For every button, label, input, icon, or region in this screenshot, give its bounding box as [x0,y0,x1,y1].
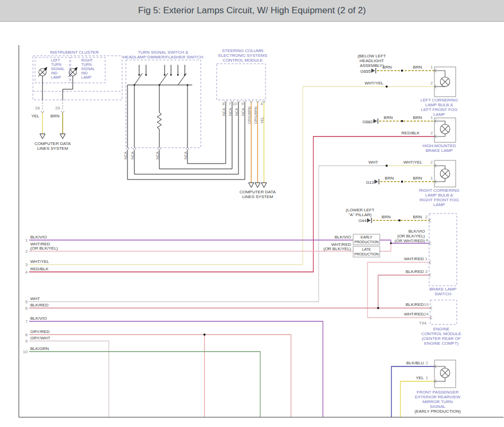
engine-control-module: BLK/RED 19 WHT/RED 24 T94 ENGINE CONTROL… [377,300,462,346]
switch-box [429,214,457,286]
pin-1: 1 [431,65,433,70]
cluster-title: INSTRUMENT CLUSTER [50,50,99,55]
svg-text:NCA: NCA [156,151,159,159]
svg-text:NCA: NCA [184,151,187,159]
left-cornering-lamp: (BELOW LEFT HEADLIGHT ASSEMBLY) G655 BRN… [357,54,458,117]
label-wht-red: WHT/RED [404,312,424,317]
label-brn: BRN [383,65,392,70]
label-brn: BRN [413,176,422,181]
right-lamp-label: RIGHT [81,58,93,62]
pin-1: 1 [431,176,433,181]
cluster-box [33,56,122,100]
svg-text:10: 10 [233,101,237,106]
label-brn: BRN [382,215,391,219]
svg-text:(EARLY PRODUCTION): (EARLY PRODUCTION) [415,409,461,414]
svg-text:EARLY: EARLY [361,235,372,239]
svg-text:(OR WHT/RED): (OR WHT/RED) [395,238,425,243]
module-pin-label: NCA [222,108,226,116]
svg-text:IND: IND [81,71,88,75]
bulb-icon [440,169,450,178]
svg-text:CONTROL MODULE: CONTROL MODULE [421,331,461,336]
svg-text:RIGHT FRONT FOG: RIGHT FRONT FOG [420,198,459,202]
pin-1: 1 [425,257,428,261]
svg-text:LAMP: LAMP [433,202,445,207]
svg-text:7: 7 [25,319,28,324]
label-blk-vio: BLK/VIO [408,229,425,234]
component-label: LEFT CORNERING [421,98,458,103]
pin-3: 3 [425,269,428,274]
svg-text:RED/BLK: RED/BLK [30,267,49,271]
pin-2: 2 [431,81,433,86]
component-label: FRONT PASSENGER [417,390,459,395]
pin-1: 1 [431,115,433,120]
svg-text:PRODUCTION: PRODUCTION [354,240,379,244]
svg-text:10: 10 [23,349,28,354]
bulb-icon [440,77,450,87]
label-blk-red: BLK/RED [406,302,424,307]
svg-text:MIRROR TURN: MIRROR TURN [423,399,453,404]
module-title: STEERING COLUMN [222,48,263,53]
svg-text:SIGNAL: SIGNAL [430,404,446,409]
svg-text:9: 9 [242,101,244,106]
module-box [217,64,266,100]
wire-wht-red-late [380,243,391,251]
svg-text:LEFT FRONT FOG: LEFT FRONT FOG [421,107,458,112]
pin-2: 2 [426,361,429,365]
svg-text:5: 5 [25,300,28,304]
svg-text:NCA: NCA [228,108,232,116]
right-turn-indicator-lamp-icon [69,67,78,76]
ground-icon [374,179,379,184]
svg-text:6: 6 [25,306,28,311]
bulb-icon [440,124,450,134]
svg-text:LATE: LATE [362,247,371,251]
location-note: (BELOW LEFT [357,54,386,58]
svg-text:LAMP: LAMP [433,112,445,117]
switch-pin-label: NCA [124,151,127,159]
label-brn: BRN [50,114,59,118]
svg-text:BLK/VIO: BLK/VIO [30,316,47,321]
svg-text:HEADLIGHT: HEADLIGHT [360,58,384,63]
pin-19: 19 [424,302,429,307]
left-turn-indicator-lamp-icon [38,67,47,76]
label-brn: BRN [413,65,422,70]
module-pin-number: 8 [223,101,225,106]
svg-text:ORG/BRN: ORG/BRN [254,106,258,124]
svg-text:EXTERIOR REARVIEW: EXTERIOR REARVIEW [415,395,460,399]
switch-title: TURN SIGNAL SWITCH & [138,50,189,55]
ground-g13: G13 [366,180,374,185]
label-blk-blu: BLK/BLU [406,361,424,365]
mirror-turn-signal: BLK/BLU 2 YEL 1 FRONT PASSENGER EXTERIOR… [406,360,461,414]
svg-text:4: 4 [25,270,28,275]
svg-text:ASSEMBLY): ASSEMBLY) [360,63,384,68]
svg-text:WHT/YEL: WHT/YEL [30,259,49,264]
label-yel: YEL [31,114,40,118]
lamp-box [434,360,456,388]
down-arrow-icon [60,134,65,139]
svg-text:SIGNAL: SIGNAL [51,67,65,71]
connector-t94: T94 [419,321,426,326]
switch-box [126,60,201,148]
svg-text:HEADLAMP DIMMER/FLASHER SWITCH: HEADLAMP DIMMER/FLASHER SWITCH [123,55,203,59]
bulb-icon [440,368,450,378]
svg-text:LAMP BULB &: LAMP BULB & [425,103,454,107]
svg-text:NCA: NCA [235,108,238,116]
label-brn: BRN [413,215,422,219]
svg-text:2: 2 [25,249,28,254]
svg-text:3: 3 [25,262,28,267]
label-wht-red: WHT/RED [404,257,424,261]
label-wht-yel: WHT/YEL [364,81,383,86]
component-label: HIGH-MOUNTED [422,143,456,148]
svg-text:8: 8 [25,332,28,337]
svg-text:9: 9 [25,339,28,344]
pin-2: 2 [431,160,433,165]
svg-text:ELECTRONIC SYSTEMS: ELECTRONIC SYSTEMS [218,53,267,58]
component-label: RIGHT CORNERING [419,188,459,193]
switch-contacts [127,65,192,148]
svg-text:TURN: TURN [51,63,61,66]
down-arrow-icon [249,183,254,187]
pin-2: 2 [425,215,428,219]
turn-signal-switch: TURN SIGNAL SWITCH & HEADLAMP DIMMER/FLA… [123,50,203,159]
ground-icon [367,218,372,223]
computer-data-lines-label: COMPUTER DATA [240,190,276,194]
wire-gry-red-row8 [29,335,291,417]
